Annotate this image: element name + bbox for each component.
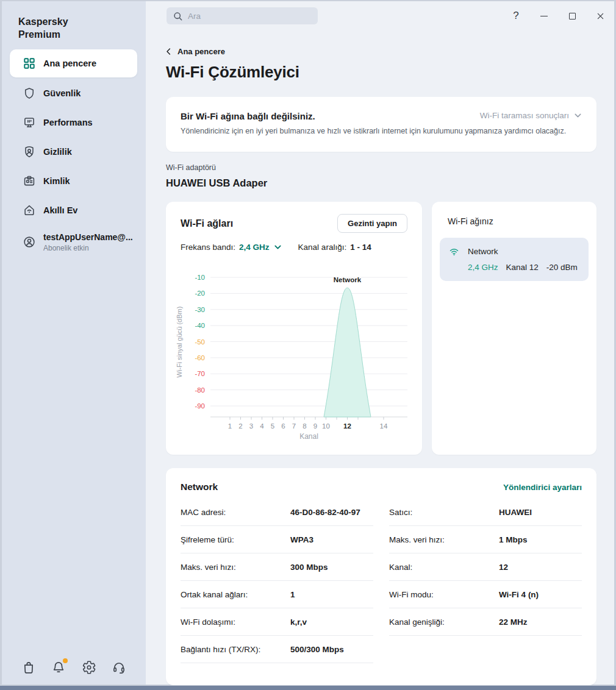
networks-card-title: Wi-Fi ağları	[181, 218, 233, 229]
help-button[interactable]: ?	[502, 6, 530, 26]
detail-label: Kanal:	[389, 563, 499, 572]
sidebar-item-smart-home[interactable]: Akıllı Ev	[10, 196, 137, 225]
svg-text:10: 10	[322, 422, 330, 430]
sidebar-item-label: Güvenlik	[43, 88, 81, 98]
svg-text:4: 4	[260, 422, 264, 430]
shield-icon	[23, 87, 36, 100]
detail-row: Satıcı: HUAWEI	[389, 499, 582, 526]
band-value: 2,4 GHz	[239, 243, 270, 252]
details-title: Network	[181, 482, 218, 493]
detail-label: MAC adresi:	[181, 508, 290, 517]
band-select[interactable]: 2,4 GHz	[239, 243, 282, 252]
window-controls: ?	[502, 6, 614, 26]
sidebar-item-main-window[interactable]: Ana pencere	[10, 49, 137, 77]
detail-row: Bağlantı hızı (TX/RX): 500/300 Mbps	[181, 636, 373, 663]
detail-value: 500/300 Mbps	[290, 645, 344, 654]
network-details-card: Network Yönlendirici ayarları MAC adresi…	[166, 468, 596, 685]
detail-row: Kanal genişliği: 22 MHz	[389, 608, 582, 636]
notifications-icon[interactable]	[51, 660, 66, 675]
network-name: Network	[468, 247, 498, 256]
minimize-button[interactable]	[530, 6, 558, 26]
sidebar-item-privacy[interactable]: Gizlilik	[10, 137, 137, 166]
sidebar-nav: Ana pencere Güvenlik Performans Gizlilik…	[2, 49, 146, 259]
sidebar-item-performance[interactable]: Performans	[10, 108, 137, 137]
close-icon	[596, 12, 605, 21]
site-survey-button[interactable]: Gezinti yapın	[337, 214, 407, 233]
sidebar-item-label: Kimlik	[43, 176, 70, 186]
detail-row: Maks. veri hızı: 1 Mbps	[389, 526, 582, 553]
store-icon[interactable]	[21, 660, 36, 675]
support-icon[interactable]	[112, 660, 126, 675]
search-input-wrapper	[167, 7, 318, 24]
search-icon	[173, 11, 183, 21]
sidebar-item-sublabel: Abonelik etkin	[43, 244, 133, 252]
chart-series-label: Network	[334, 276, 362, 283]
breadcrumb[interactable]: Ana pencere	[166, 47, 225, 56]
app-window: Kaspersky Premium Ana pencere Güvenlik P…	[0, 0, 616, 686]
sidebar-item-label: Performans	[43, 118, 93, 127]
detail-value: 300 Mbps	[290, 563, 328, 572]
svg-text:14: 14	[380, 422, 388, 430]
detail-row: MAC adresi: 46-D0-86-82-40-97	[181, 499, 373, 526]
notification-dot	[63, 658, 68, 663]
detail-value: Wi-Fi 4 (n)	[499, 590, 539, 599]
details-column-right: Satıcı: HUAWEI Maks. veri hızı: 1 Mbps K…	[389, 499, 582, 663]
detail-row: Şifreleme türü: WPA3	[181, 526, 373, 553]
router-settings-link[interactable]: Yönlendirici ayarları	[503, 483, 582, 492]
maximize-button[interactable]	[558, 6, 586, 26]
brand-logo: Kaspersky Premium	[2, 1, 93, 41]
sidebar-item-label: Ana pencere	[43, 59, 96, 68]
network-channel: Kanal 12	[506, 263, 539, 272]
scan-results-dropdown[interactable]: Wi-Fi taraması sonuçları	[480, 111, 582, 120]
chevron-down-icon	[574, 112, 582, 119]
chevron-left-icon	[166, 48, 171, 55]
detail-row: Maks. veri hızı: 300 Mbps	[181, 553, 373, 581]
network-signal: -20 dBm	[546, 263, 578, 272]
sidebar-item-identity[interactable]: Kimlik	[10, 166, 137, 196]
sidebar-item-account[interactable]: testAppUserName@... Abonelik etkin	[10, 225, 137, 259]
settings-icon[interactable]	[82, 660, 96, 675]
sidebar-item-label: testAppUserName@...	[43, 232, 133, 242]
detail-value: 22 MHz	[499, 617, 528, 627]
svg-text:-80: -80	[195, 386, 205, 394]
monitor-icon	[23, 116, 36, 129]
detail-label: Bağlantı hızı (TX/RX):	[181, 645, 290, 654]
wifi-icon	[448, 246, 460, 257]
dashboard-icon	[23, 57, 36, 70]
svg-text:8: 8	[303, 422, 306, 430]
sidebar-item-label: Gizlilik	[43, 147, 72, 157]
detail-label: Wi-Fi dolaşımı:	[181, 617, 290, 627]
detail-label: Satıcı:	[389, 508, 499, 517]
details-column-left: MAC adresi: 46-D0-86-82-40-97 Şifreleme …	[181, 499, 373, 663]
network-band: 2,4 GHz	[468, 263, 498, 272]
your-network-card: Wi-Fi ağınız Network 2,4 GHz Kanal 12 -2…	[432, 202, 596, 455]
page-title: Wi-Fi Çözümleyici	[166, 63, 596, 82]
main-area: ? Ana pencere Wi-Fi Çözümleyici Bir Wi-F…	[146, 1, 614, 685]
sidebar: Kaspersky Premium Ana pencere Güvenlik P…	[2, 1, 146, 685]
svg-text:9: 9	[313, 422, 317, 430]
cards-row: Wi-Fi ağları Gezinti yapın Frekans bandı…	[166, 202, 596, 455]
network-list-item[interactable]: Network 2,4 GHz Kanal 12 -20 dBm	[440, 238, 589, 281]
wifi-channels-chart: -10-20-30-40-50-60-70-80-90Wi-Fi sinyal …	[176, 265, 412, 443]
detail-value: HUAWEI	[499, 508, 532, 517]
sidebar-footer	[2, 660, 146, 675]
svg-text:-10: -10	[195, 274, 205, 281]
privacy-icon	[23, 145, 36, 158]
svg-text:7: 7	[292, 422, 296, 430]
scan-results-label: Wi-Fi taraması sonuçları	[480, 111, 569, 120]
svg-text:3: 3	[249, 422, 253, 430]
svg-text:-60: -60	[195, 354, 205, 361]
svg-text:12: 12	[343, 422, 351, 430]
maximize-icon	[569, 13, 576, 20]
close-button[interactable]	[586, 6, 614, 26]
help-icon: ?	[513, 10, 518, 22]
sidebar-item-security[interactable]: Güvenlik	[10, 79, 137, 108]
svg-text:Kanal: Kanal	[299, 432, 318, 441]
detail-label: Maks. veri hızı:	[181, 563, 290, 572]
banner-description: Yönlendiriciniz için en iyi yeri bulmanı…	[181, 127, 582, 135]
channel-range-value: 1 - 14	[350, 243, 371, 252]
svg-text:-50: -50	[195, 338, 205, 346]
svg-text:2: 2	[238, 422, 242, 430]
search-input[interactable]	[188, 12, 312, 21]
svg-text:-70: -70	[195, 370, 205, 377]
